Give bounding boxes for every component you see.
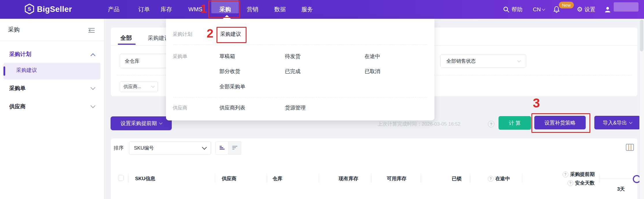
column-separator [421, 174, 421, 183]
column-header-leadtime: 采购提前期 [570, 171, 595, 178]
supplier-select-value: 供应商... [124, 84, 141, 90]
help-circle-icon[interactable]: ? [488, 121, 494, 127]
row-grid-line [599, 178, 633, 178]
column-separator [371, 174, 372, 183]
language-switcher[interactable]: CN [533, 0, 545, 19]
app-window: S BigSeller 产品 订单 库存 WMS 采购 营销 数据 服务 帮助 … [0, 0, 644, 199]
nav-item-products[interactable]: 产品 [108, 0, 120, 19]
annotation-box-2 [216, 27, 247, 43]
column-header-onhand[interactable]: 现有库存 [339, 175, 358, 182]
tab-all[interactable]: 全部 [120, 34, 132, 42]
set-lead-time-label: 设置采购提前期 [121, 120, 157, 127]
vertical-scrollbar-thumb[interactable] [640, 20, 643, 51]
column-separator [522, 174, 522, 183]
select-all-checkbox[interactable] [118, 175, 124, 181]
column-separator [267, 174, 267, 183]
nav-item-inventory[interactable]: 库存 [160, 0, 172, 19]
account-name-redacted [614, 2, 639, 12]
gear-icon: ⚙ [577, 6, 583, 13]
chevron-down-icon[interactable] [91, 85, 95, 90]
sidebar: 采购 采购计划 采购建议 采购单 供应商 [0, 19, 104, 199]
brand-logo[interactable]: S BigSeller [25, 0, 72, 19]
sidebar-collapse-icon[interactable] [88, 27, 95, 34]
dropdown-section-purchase-order: 采购单 [173, 53, 187, 60]
sort-descending-button[interactable] [228, 141, 241, 155]
column-settings-icon[interactable] [626, 144, 634, 152]
nav-item-orders[interactable]: 订单 [138, 0, 150, 19]
chevron-down-icon [202, 145, 207, 150]
column-header-leadtime-block[interactable]: ? 采购提前期 ? 安全天数 [548, 171, 595, 186]
import-export-label: 导入&导出 [603, 119, 627, 126]
settings-label: 设置 [585, 6, 596, 13]
divider [0, 41, 104, 41]
menu-item-supplier-list[interactable]: 供应商列表 [219, 104, 245, 111]
calculate-button[interactable]: 计 算 [499, 116, 531, 130]
warehouse-select-value: 全仓库 [125, 58, 139, 64]
column-separator [470, 174, 470, 183]
column-separator [128, 174, 128, 183]
sort-ascending-icon [219, 144, 225, 152]
sales-status-select[interactable]: 全部销售状态 [440, 55, 526, 68]
help-circle-icon: ? [563, 172, 568, 177]
notifications-bell[interactable] [553, 0, 560, 19]
nav-item-data[interactable]: 数据 [274, 0, 286, 19]
chevron-up-icon[interactable] [91, 53, 95, 59]
language-label: CN [533, 6, 541, 13]
column-header-warehouse[interactable]: 仓库 [272, 175, 282, 182]
nav-item-marketing[interactable]: 营销 [247, 0, 258, 19]
sort-descending-icon [232, 144, 238, 152]
column-header-sku[interactable]: SKU信息 [135, 175, 155, 182]
import-export-button[interactable]: 导入&导出 [594, 116, 640, 129]
column-header-supplier[interactable]: 供应商 [222, 175, 236, 182]
column-header-safetydays: 安全天数 [575, 180, 595, 186]
cell-lead-time-value: 3天 [617, 186, 625, 192]
annotation-step-3: 3 [533, 96, 540, 110]
divider [173, 44, 427, 45]
new-badge: New [559, 2, 574, 8]
sidebar-item-purchase-suggestion-label: 采购建议 [16, 67, 37, 74]
svg-text:S: S [28, 6, 31, 12]
column-separator [319, 174, 319, 183]
menu-item-completed[interactable]: 已完成 [285, 68, 300, 75]
active-tab-underline [118, 44, 136, 45]
sidebar-group-purchase-order[interactable]: 采购单 [9, 85, 26, 92]
chevron-down-icon[interactable] [91, 103, 95, 109]
annotation-box-1 [208, 1, 240, 18]
column-separator [215, 174, 215, 183]
set-lead-time-button[interactable]: 设置采购提前期 [111, 116, 172, 130]
dropdown-section-supplier: 供应商 [173, 105, 187, 111]
annotation-step-2: 2 [207, 27, 213, 40]
menu-item-to-ship[interactable]: 待发货 [285, 53, 300, 60]
menu-item-all-purchase-orders[interactable]: 全部采购单 [219, 83, 245, 90]
sort-label: 排序 [114, 145, 124, 151]
column-header-available[interactable]: 可用库存 [387, 175, 406, 182]
nav-item-services[interactable]: 服务 [301, 0, 313, 19]
sidebar-title: 采购 [8, 26, 20, 34]
column-header-intransit[interactable]: ? 在途中 [488, 175, 510, 182]
annotation-box-3 [531, 113, 590, 133]
sort-ascending-button[interactable] [215, 141, 228, 155]
sort-field-select[interactable]: SKU编号 [129, 141, 211, 155]
sales-status-value: 全部销售状态 [446, 58, 476, 64]
settings-menu[interactable]: ⚙ 设置 [577, 0, 596, 19]
purchase-dropdown-menu: 采购计划 采购建议 采购单 草稿箱 部分收货 全部采购单 待发货 已完成 在途中… [166, 19, 434, 120]
calculate-label: 计 算 [509, 120, 521, 127]
sidebar-group-purchase-plan[interactable]: 采购计划 [9, 51, 31, 58]
dropdown-section-purchase-plan: 采购计划 [173, 31, 192, 38]
menu-item-source-management[interactable]: 货源管理 [285, 104, 306, 111]
supplier-select[interactable]: 供应商... [120, 81, 158, 92]
menu-item-drafts[interactable]: 草稿箱 [219, 53, 235, 60]
sort-field-value: SKU编号 [134, 145, 154, 151]
menu-item-partial-received[interactable]: 部分收货 [219, 68, 240, 75]
last-calculated-text: 上次计算完成时间：2026-03-05 16:52 [378, 121, 460, 127]
help-menu[interactable]: 帮助 [503, 0, 522, 19]
account-menu[interactable] [604, 0, 611, 19]
brand-name: BigSeller [37, 5, 72, 14]
help-label: 帮助 [512, 6, 522, 13]
annotation-step-1: 1 [200, 2, 207, 15]
column-header-locked[interactable]: 已锁 [452, 175, 462, 182]
top-navbar: S BigSeller 产品 订单 库存 WMS 采购 营销 数据 服务 帮助 … [0, 0, 644, 19]
menu-item-cancelled[interactable]: 已取消 [365, 68, 380, 75]
menu-item-in-transit[interactable]: 在途中 [365, 53, 380, 60]
sidebar-group-supplier[interactable]: 供应商 [9, 103, 26, 110]
